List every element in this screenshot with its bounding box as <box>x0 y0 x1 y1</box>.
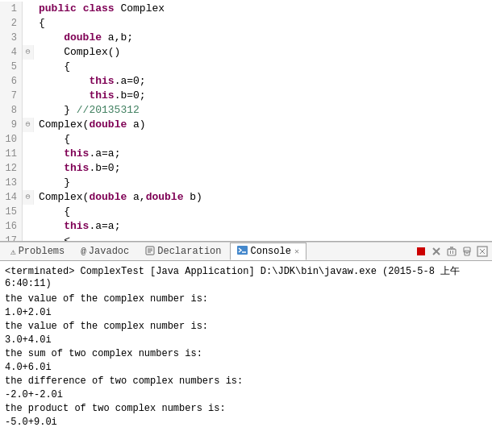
code-line: 12 this.b=0; <box>0 161 492 176</box>
tab-problems[interactable]: ⚠ Problems <box>3 243 72 260</box>
problems-icon: ⚠ <box>10 247 16 257</box>
terminate-button[interactable] <box>415 245 427 258</box>
fold-indicator[interactable]: ⊖ <box>23 45 34 60</box>
line-number: 12 <box>0 161 23 176</box>
line-number: 4 <box>0 45 23 60</box>
code-content: this.b=0; <box>34 161 120 176</box>
code-line: 2{ <box>0 16 492 31</box>
code-line: 8 } //20135312 <box>0 103 492 118</box>
console-line: the value of the complex number is: <box>5 320 487 334</box>
tab-declaration-label: Declaration <box>157 246 221 257</box>
bottom-tab-bar: ⚠ Problems @ Javadoc Declaration Console… <box>0 242 492 261</box>
svg-rect-6 <box>417 247 425 255</box>
console-close-icon[interactable]: ✕ <box>294 247 299 256</box>
javadoc-icon: @ <box>81 247 86 256</box>
console-line: 1.0+2.0i <box>5 306 487 320</box>
line-number: 7 <box>0 89 23 103</box>
code-line: 7 this.b=0; <box>0 89 492 103</box>
code-content: this.a=0; <box>34 74 146 89</box>
console-icon <box>237 246 248 257</box>
tab-declaration[interactable]: Declaration <box>138 243 228 260</box>
tab-problems-label: Problems <box>19 246 65 257</box>
console-header: <terminated> ComplexTest [Java Applicati… <box>5 264 487 289</box>
line-number: 15 <box>0 205 23 219</box>
line-number: 8 <box>0 103 23 118</box>
code-content: } <box>34 176 70 190</box>
line-number: 6 <box>0 74 23 89</box>
console-lines: the value of the complex number is:1.0+2… <box>5 292 487 429</box>
code-line: 1public class Complex <box>0 2 492 16</box>
code-line: 16 this.a=a; <box>0 219 492 234</box>
console-line: 3.0+4.0i <box>5 334 487 347</box>
code-lines: 1public class Complex2{3 double a,b;4⊖ C… <box>0 0 492 242</box>
code-content: this.a=a; <box>34 147 120 161</box>
code-line: 3 double a,b; <box>0 31 492 45</box>
declaration-icon <box>145 246 155 258</box>
code-content: } //20135312 <box>34 103 140 118</box>
code-content: { <box>34 16 45 31</box>
code-line: 15 { <box>0 205 492 219</box>
line-number: 2 <box>0 16 23 31</box>
console-output: <terminated> ComplexTest [Java Applicati… <box>0 261 492 430</box>
line-number: 10 <box>0 132 23 147</box>
code-editor[interactable]: 1public class Complex2{3 double a,b;4⊖ C… <box>0 0 492 242</box>
tab-console[interactable]: Console ✕ <box>230 243 306 260</box>
fold-indicator[interactable]: ⊖ <box>23 190 34 205</box>
console-line: 4.0+6.0i <box>5 361 487 375</box>
code-content: double a,b; <box>34 31 133 45</box>
pin-console-button[interactable] <box>476 245 489 258</box>
tab-console-label: Console <box>250 246 290 257</box>
tab-javadoc-label: Javadoc <box>89 246 129 257</box>
console-line: -2.0+-2.0i <box>5 388 487 402</box>
fold-indicator[interactable]: ⊖ <box>23 118 34 132</box>
console-line: the difference of two complex numbers is… <box>5 375 487 388</box>
code-line: 5 { <box>0 60 492 74</box>
line-number: 3 <box>0 31 23 45</box>
code-content: this.a=a; <box>34 219 120 234</box>
code-content: this.b=0; <box>34 89 146 103</box>
code-line: 14⊖Complex(double a,double b) <box>0 190 492 205</box>
code-content: Complex(double a,double b) <box>34 190 202 205</box>
code-content: { <box>34 132 70 147</box>
code-content: Complex(double a) <box>34 118 146 132</box>
code-line: 4⊖ Complex() <box>0 45 492 60</box>
console-line: the sum of two complex numbers is: <box>5 347 487 361</box>
code-line: 17 < <box>0 234 492 242</box>
line-number: 14 <box>0 190 23 205</box>
line-number: 1 <box>0 2 23 16</box>
code-line: 10 { <box>0 132 492 147</box>
line-number: 17 <box>0 234 23 242</box>
svg-rect-4 <box>237 246 248 255</box>
console-line: -5.0+9.0i <box>5 416 487 429</box>
line-number: 11 <box>0 147 23 161</box>
code-content: { <box>34 205 70 219</box>
svg-point-16 <box>466 252 468 254</box>
code-line: 6 this.a=0; <box>0 74 492 89</box>
scroll-lock-button[interactable] <box>461 245 473 258</box>
line-number: 9 <box>0 118 23 132</box>
tab-javadoc[interactable]: @ Javadoc <box>73 243 136 260</box>
code-line: 9⊖Complex(double a) <box>0 118 492 132</box>
clear-console-button[interactable] <box>445 245 458 258</box>
code-content: Complex() <box>34 45 120 60</box>
code-line: 11 this.a=a; <box>0 147 492 161</box>
console-line: the product of two complex numbers is: <box>5 402 487 416</box>
console-line: the value of the complex number is: <box>5 292 487 306</box>
code-line: 13 } <box>0 176 492 190</box>
line-number: 5 <box>0 60 23 74</box>
remove-launch-button[interactable] <box>430 245 443 258</box>
svg-rect-9 <box>448 249 456 255</box>
code-content: public class Complex <box>34 2 165 16</box>
code-content: { <box>34 60 70 74</box>
line-number: 13 <box>0 176 23 190</box>
console-toolbar <box>415 245 489 258</box>
code-content: < <box>34 234 70 242</box>
line-number: 16 <box>0 219 23 234</box>
